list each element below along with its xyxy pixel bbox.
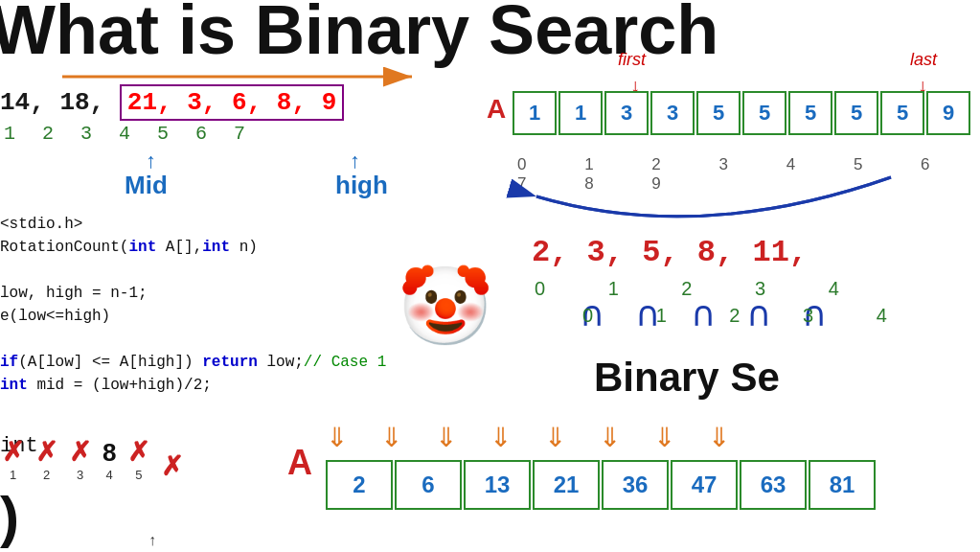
binary-search-text: Binary Se	[594, 355, 780, 401]
array-cell-7: 5	[834, 91, 878, 135]
array-cell-8: 5	[880, 91, 924, 135]
orange-arr-1: ⇓	[326, 422, 348, 453]
tau-arrow: ↑	[148, 532, 156, 549]
orange-figure: 🤡	[398, 268, 493, 345]
blue-curve-arrow	[489, 168, 920, 225]
page-title: What is Binary Search	[0, 0, 718, 69]
code-line-3	[0, 259, 386, 282]
bottom-cell-0: 2	[326, 460, 393, 510]
cross-5: ✗	[161, 450, 183, 482]
cross-num-2: 2	[35, 468, 57, 482]
code-line-5: e(low<=high)	[0, 305, 386, 328]
array-highlighted: 21, 3, 6, 8, 9	[120, 84, 344, 121]
orange-arr-6: ⇓	[599, 422, 621, 453]
array-indices-left: 1 2 3 4 5 6 7	[4, 123, 253, 145]
num-8-idx: 4	[103, 468, 116, 482]
orange-arr-2: ⇓	[380, 422, 402, 453]
code-block: <stdio.h> RotationCount(int A[],int n) l…	[0, 213, 386, 397]
bottom-cell-5: 47	[671, 460, 738, 510]
array-cell-1: 1	[558, 91, 603, 135]
bottom-array: 2 6 13 21 36 47 63 81	[326, 460, 876, 510]
bracket-bottom: )	[0, 484, 19, 550]
array-cell-3: 3	[650, 91, 695, 135]
array-cell-0: 1	[513, 91, 557, 135]
cross-num-3: 3	[69, 468, 91, 482]
num-8-val: 8	[103, 438, 116, 467]
curly-indices: 0 1 2 3 4	[582, 305, 916, 327]
cross-num-4: 5	[127, 468, 149, 482]
code-line-8: int mid = (low+high)/2;	[0, 374, 386, 397]
bottom-cell-3: 21	[533, 460, 600, 510]
code-line-1: <stdio.h>	[0, 213, 386, 236]
bottom-cell-1: 6	[395, 460, 462, 510]
mid-label: Mid	[125, 171, 168, 200]
bottom-cell-2: 13	[464, 460, 531, 510]
array-letter-a: A	[487, 94, 506, 125]
cross-x-2: ✗	[35, 437, 57, 467]
high-label: high	[335, 171, 388, 200]
orange-arrows-row: ⇓ ⇓ ⇓ ⇓ ⇓ ⇓ ⇓ ⇓	[326, 422, 730, 453]
array-cell-2: 3	[604, 91, 649, 135]
cross-x-5: ✗	[161, 451, 183, 481]
array-cell-9: 9	[926, 91, 970, 135]
bottom-cell-7: 81	[809, 460, 876, 510]
cross-num-1: 1	[2, 468, 24, 482]
bottom-cell-6: 63	[740, 460, 807, 510]
cross-x-3: ✗	[69, 437, 91, 467]
array-cell-4: 5	[696, 91, 741, 135]
orange-arr-8: ⇓	[708, 422, 730, 453]
array-cell-6: 5	[788, 91, 832, 135]
last-label: last	[910, 50, 937, 70]
crosses-row: ✗ 1 ✗ 2 ✗ 3 8 4 ✗ 5 ✗	[2, 436, 183, 482]
cross-3: ✗ 3	[69, 436, 91, 482]
orange-arr-7: ⇓	[653, 422, 675, 453]
array-left: 14, 18, 21, 3, 6, 8, 9	[0, 84, 344, 121]
orange-arr-3: ⇓	[435, 422, 457, 453]
code-line-6	[0, 328, 386, 351]
bottom-cell-4: 36	[602, 460, 669, 510]
first-label: first	[618, 50, 646, 70]
num-8: 8 4	[103, 438, 116, 482]
cross-x-1: ✗	[2, 437, 24, 467]
main-canvas: What is Binary Search 14, 18, 21, 3, 6, …	[0, 0, 980, 552]
array-right: 1 1 3 3 5 5 5 5 5 9	[513, 91, 970, 135]
array-cell-5: 5	[742, 91, 786, 135]
orange-arr-4: ⇓	[490, 422, 512, 453]
code-line-7: if(A[low] <= A[high]) return low;// Case…	[0, 351, 386, 374]
cross-2: ✗ 2	[35, 436, 57, 482]
code-line-2: RotationCount(int A[],int n)	[0, 236, 386, 259]
a-bottom: A	[287, 443, 312, 483]
orange-arr-5: ⇓	[544, 422, 566, 453]
cross-1: ✗ 1	[2, 436, 24, 482]
code-line-4: low, high = n-1;	[0, 282, 386, 305]
cross-4: ✗ 5	[127, 436, 149, 482]
red-sequence: 2, 3, 5, 8, 11,	[532, 235, 808, 270]
cross-x-4: ✗	[127, 437, 149, 467]
